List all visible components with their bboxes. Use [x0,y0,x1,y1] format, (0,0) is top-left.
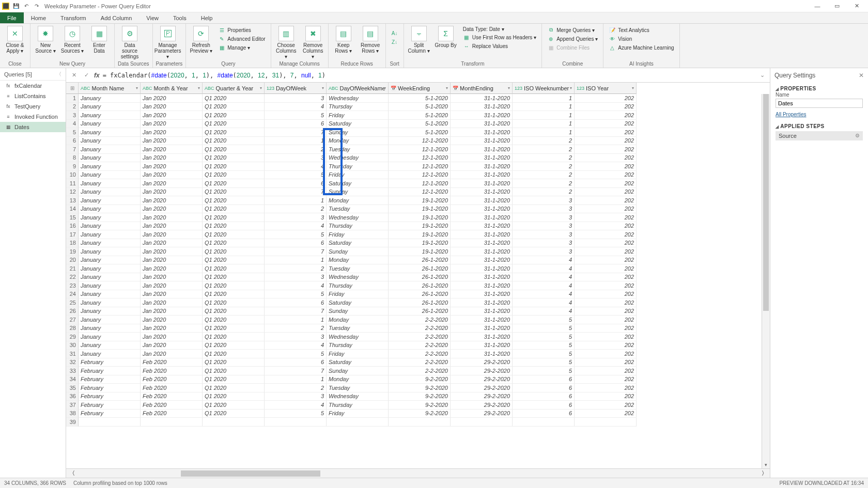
cell-weekending[interactable] [389,418,451,427]
filter-icon[interactable]: ▾ [136,86,138,90]
cell-dayofweekname[interactable]: Thursday [327,222,389,231]
cell-month-name[interactable]: January [79,196,141,205]
cell-quarter-year[interactable]: Q1 2020 [203,375,265,384]
filter-icon[interactable]: ▾ [446,86,448,90]
close-button[interactable]: ✕ [847,0,866,12]
cell-month-year[interactable]: Jan 2020 [141,316,203,324]
filter-icon[interactable]: ▾ [570,86,572,90]
cell-dayofweekname[interactable]: Tuesday [327,145,389,154]
cell-monthending[interactable]: 31-1-2020 [451,239,513,248]
save-icon[interactable]: 💾 [12,3,20,10]
cell-month-year[interactable]: Jan 2020 [141,111,203,120]
cell-monthending[interactable]: 31-1-2020 [451,341,513,350]
cell-dayofweek[interactable]: 6 [265,120,327,129]
cell-iso-year[interactable] [575,418,637,427]
cell-dayofweekname[interactable]: Monday [327,375,389,384]
cell-month-name[interactable]: January [79,273,141,282]
tab-transform[interactable]: Transform [53,12,94,23]
cell-iso-year[interactable]: 202 [575,179,637,188]
row-number[interactable]: 25 [66,298,79,307]
cell-iso-weeknumber[interactable]: 5 [513,367,575,375]
cell-quarter-year[interactable]: Q1 2020 [203,94,265,103]
cell-quarter-year[interactable]: Q1 2020 [203,316,265,324]
cell-quarter-year[interactable]: Q1 2020 [203,111,265,120]
cell-iso-weeknumber[interactable]: 4 [513,273,575,282]
cell-monthending[interactable]: 31-1-2020 [451,188,513,197]
cell-monthending[interactable]: 29-2-2020 [451,384,513,392]
cell-iso-year[interactable]: 202 [575,247,637,256]
cell-iso-year[interactable]: 202 [575,410,637,418]
expand-formula-icon[interactable]: ⌄ [757,71,767,80]
append-queries-button[interactable]: ⊕Append Queries ▾ [545,35,600,43]
cell-iso-weeknumber[interactable]: 3 [513,196,575,205]
cell-quarter-year[interactable]: Q1 2020 [203,324,265,333]
cell-dayofweek[interactable]: 6 [265,358,327,367]
column-header-iso-year[interactable]: 123ISO Year▾ [575,83,637,94]
cell-weekending[interactable]: 12-1-2020 [389,188,451,197]
tab-add-column[interactable]: Add Column [94,12,140,23]
cell-month-year[interactable]: Jan 2020 [141,103,203,112]
cell-dayofweek[interactable]: 7 [265,247,327,256]
filter-icon[interactable]: ▾ [632,86,634,90]
row-number[interactable]: 32 [66,358,79,367]
cell-quarter-year[interactable]: Q1 2020 [203,230,265,239]
cell-month-year[interactable]: Jan 2020 [141,137,203,146]
cell-month-name[interactable]: January [79,298,141,307]
cell-dayofweekname[interactable]: Monday [327,316,389,324]
cell-monthending[interactable]: 31-1-2020 [451,145,513,154]
cell-quarter-year[interactable]: Q1 2020 [203,171,265,180]
row-number[interactable]: 10 [66,171,79,180]
data-type-button[interactable]: Data Type: Date ▾ [461,26,538,33]
cell-iso-year[interactable]: 202 [575,358,637,367]
cell-monthending[interactable]: 31-1-2020 [451,179,513,188]
cell-monthending[interactable]: 29-2-2020 [451,358,513,367]
cell-month-name[interactable]: January [79,145,141,154]
cell-month-name[interactable]: January [79,94,141,103]
column-header-monthending[interactable]: 📅MonthEnding▾ [451,83,513,94]
sort-desc-button[interactable]: Z↓ [389,38,400,46]
cell-weekending[interactable]: 5-1-2020 [389,103,451,112]
cell-iso-year[interactable]: 202 [575,128,637,137]
cell-iso-year[interactable]: 202 [575,375,637,384]
cell-month-name[interactable]: January [79,222,141,231]
column-header-dayofweekname[interactable]: ABCDayOfWeekName▾ [327,83,389,94]
cell-dayofweekname[interactable]: Wednesday [327,333,389,341]
row-number[interactable]: 28 [66,324,79,333]
cell-iso-year[interactable]: 202 [575,205,637,214]
column-header-month-name[interactable]: ABCMonth Name▾ [79,83,141,94]
data-source-settings-button[interactable]: ⚙Data source settings [118,25,142,59]
cell-dayofweekname[interactable] [327,418,389,427]
cell-dayofweekname[interactable]: Monday [327,196,389,205]
cell-monthending[interactable]: 31-1-2020 [451,103,513,112]
cell-month-year[interactable]: Jan 2020 [141,256,203,265]
cell-month-year[interactable]: Feb 2020 [141,375,203,384]
cell-month-name[interactable]: January [79,290,141,299]
cell-weekending[interactable]: 12-1-2020 [389,137,451,146]
cell-iso-weeknumber[interactable]: 2 [513,179,575,188]
cell-dayofweekname[interactable]: Wednesday [327,213,389,222]
cell-dayofweekname[interactable]: Sunday [327,247,389,256]
row-number[interactable]: 3 [66,111,79,120]
row-number[interactable]: 37 [66,401,79,410]
cell-quarter-year[interactable]: Q1 2020 [203,213,265,222]
close-apply-button[interactable]: ✕Close & Apply ▾ [3,25,27,54]
cell-dayofweek[interactable]: 6 [265,179,327,188]
row-number[interactable]: 27 [66,316,79,324]
cell-dayofweek[interactable]: 3 [265,213,327,222]
cell-quarter-year[interactable]: Q1 2020 [203,350,265,358]
row-number[interactable]: 18 [66,239,79,248]
cell-iso-weeknumber[interactable]: 2 [513,145,575,154]
cell-dayofweek[interactable]: 6 [265,298,327,307]
cell-month-year[interactable]: Jan 2020 [141,213,203,222]
cell-quarter-year[interactable]: Q1 2020 [203,154,265,163]
cell-iso-weeknumber[interactable]: 6 [513,375,575,384]
cell-monthending[interactable]: 31-1-2020 [451,205,513,214]
manage-parameters-button[interactable]: 🄿Manage Parameters ▾ [156,25,180,59]
cell-iso-weeknumber[interactable]: 3 [513,222,575,231]
vertical-scrollbar[interactable]: ▾ [762,94,770,468]
cell-dayofweek[interactable]: 5 [265,111,327,120]
cell-iso-year[interactable]: 202 [575,281,637,290]
cell-iso-weeknumber[interactable]: 1 [513,128,575,137]
query-item-listcontains[interactable]: ≡ListContains [0,91,66,101]
cell-dayofweek[interactable]: 2 [265,384,327,392]
